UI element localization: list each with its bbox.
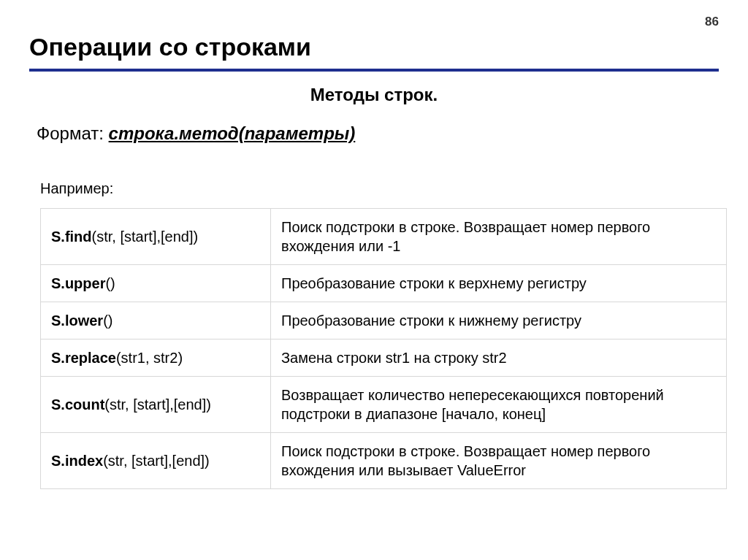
method-params: ()	[105, 275, 115, 291]
page-title: Операции со строками	[29, 33, 719, 72]
method-params: (str, [start],[end])	[103, 453, 210, 469]
table-row: S.upper() Преобразование строки к верхне…	[41, 265, 727, 302]
method-cell: S.find(str, [start],[end])	[41, 209, 271, 265]
method-params: ()	[103, 312, 112, 329]
method-name: S.index	[51, 453, 103, 469]
description-cell: Поиск подстроки в строке. Возвращает ном…	[271, 209, 727, 265]
method-params: (str, [start],[end])	[104, 396, 211, 413]
method-name: S.replace	[51, 350, 116, 366]
method-cell: S.lower()	[41, 302, 271, 340]
table-row: S.find(str, [start],[end]) Поиск подстро…	[41, 209, 727, 265]
method-params: (str1, str2)	[116, 350, 183, 366]
subtitle: Методы строк.	[29, 85, 719, 105]
method-cell: S.replace(str1, str2)	[41, 340, 271, 377]
method-cell: S.count(str, [start],[end])	[41, 377, 271, 433]
table-row: S.lower() Преобразование строки к нижнем…	[41, 302, 727, 340]
example-label: Например:	[40, 180, 719, 197]
table-row: S.index(str, [start],[end]) Поиск подстр…	[41, 433, 727, 489]
method-name: S.lower	[51, 312, 103, 329]
table-row: S.replace(str1, str2) Замена строки str1…	[41, 340, 727, 377]
description-cell: Замена строки str1 на строку str2	[271, 340, 727, 377]
description-cell: Преобразование строки к нижнему регистру	[271, 302, 727, 340]
method-name: S.upper	[51, 275, 105, 291]
format-line: Формат: строка.метод(параметры)	[37, 123, 719, 144]
method-params: (str, [start],[end])	[92, 229, 199, 245]
methods-table: S.find(str, [start],[end]) Поиск подстро…	[40, 208, 727, 489]
description-cell: Поиск подстроки в строке. Возвращает ном…	[271, 433, 727, 489]
format-syntax: строка.метод(параметры)	[109, 123, 356, 143]
method-name: S.count	[51, 396, 104, 413]
method-cell: S.index(str, [start],[end])	[41, 433, 271, 489]
description-cell: Возвращает количество непересекающихся п…	[271, 377, 727, 433]
format-label: Формат:	[37, 123, 109, 143]
method-cell: S.upper()	[41, 265, 271, 302]
description-cell: Преобразование строки к верхнему регистр…	[271, 265, 727, 302]
page-number: 86	[29, 15, 719, 29]
table-row: S.count(str, [start],[end]) Возвращает к…	[41, 377, 727, 433]
method-name: S.find	[51, 229, 92, 245]
